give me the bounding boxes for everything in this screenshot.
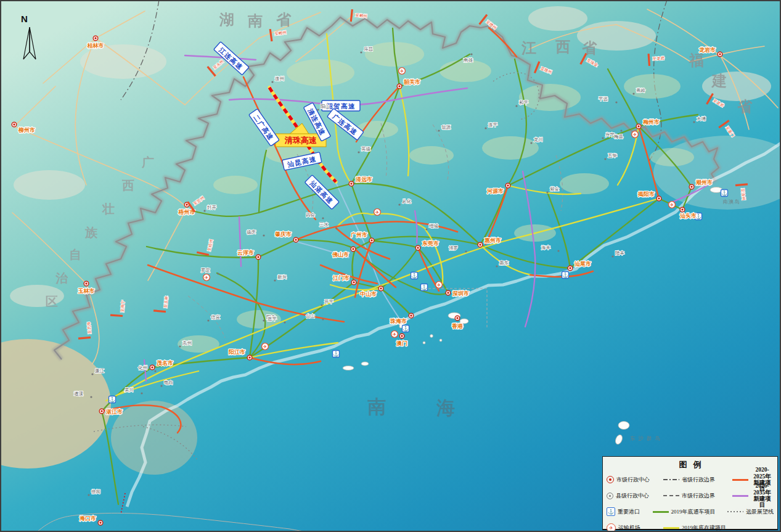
county-label: 增城 — [428, 223, 439, 229]
province-char: 西 — [555, 39, 570, 55]
port-icon — [411, 272, 418, 279]
city-label: 河源市 — [486, 188, 504, 194]
county-label: 德庆 — [247, 229, 256, 235]
legend-item-county-center: 县级行政中心 — [607, 492, 663, 500]
prospect-line-swatch — [727, 511, 743, 512]
sea-label: 东沙群岛 — [630, 435, 663, 441]
label-text: 韶贺高速 — [325, 102, 356, 110]
city-label: 肇庆市 — [274, 231, 292, 237]
island — [423, 342, 425, 344]
city-center-icon — [607, 476, 614, 483]
province-char: 湖 — [219, 12, 234, 28]
province-char: 自 — [69, 248, 81, 261]
legend-label: 远景展望线 — [746, 508, 774, 516]
legend-label-line1: 2026-2035年 — [753, 483, 771, 495]
legend-row: ✈运输机场 2019年底在建项目 — [603, 520, 777, 532]
map-canvas: ⚓ ✈ — [0, 0, 781, 532]
airport-icon — [669, 202, 676, 208]
county-label: 紫金 — [550, 186, 560, 192]
hill — [14, 170, 85, 200]
city-label: 东莞市 — [422, 240, 439, 247]
city-label: 香港 — [451, 323, 464, 329]
county-label: 徐闻 — [91, 489, 100, 494]
legend-item-build-2019: 2019年底在建项目 — [663, 524, 756, 532]
city-label: 中山市 — [360, 291, 377, 297]
city-label: 海口市 — [79, 515, 96, 522]
port-icon: ⚓ — [607, 507, 615, 516]
hill — [356, 121, 398, 138]
legend-label: 重要港口 — [618, 508, 640, 516]
county-label: 台山 — [306, 313, 315, 319]
hill — [80, 44, 166, 79]
county-label: 信宜 — [211, 314, 221, 320]
county-label: 化州 — [137, 365, 147, 370]
province-boundary-swatch — [663, 479, 679, 480]
province-char: 省 — [276, 12, 292, 28]
county-label: 高州 — [182, 340, 192, 346]
city-label: 澳门 — [396, 340, 407, 346]
island — [440, 339, 442, 342]
map-svg: ⚓ ✈ — [0, 0, 781, 532]
legend-label-line1: 2020-2025年 — [753, 467, 771, 479]
port-icon — [421, 284, 428, 291]
airport-icon — [391, 331, 398, 338]
legend-item-airport: ✈运输机场 — [607, 523, 663, 532]
county-label: 从化 — [402, 198, 412, 204]
county-label: 平远 — [599, 96, 608, 102]
hill — [560, 173, 609, 194]
city-label: 汕头市 — [679, 213, 697, 219]
city-label: 佛山市 — [332, 252, 349, 258]
county-label: 陆丰 — [615, 250, 625, 256]
legend-label: 省级行政边界 — [682, 476, 715, 484]
port-icon — [403, 325, 409, 332]
city-label: 清远市 — [355, 176, 372, 182]
city-label: 深圳市 — [452, 290, 469, 297]
port-icon — [721, 190, 728, 197]
north-label: N — [21, 14, 28, 24]
legend-item-new-2026-2035: 2026-2035年新建项目 — [732, 483, 774, 509]
county-label: 三水 — [319, 222, 329, 227]
legend-label: 2026-2035年新建项目 — [751, 483, 774, 509]
county-label: 梅县 — [613, 134, 624, 139]
hill — [482, 136, 539, 160]
island — [361, 362, 369, 366]
hill — [440, 60, 491, 82]
county-label: 新兴 — [277, 274, 287, 280]
county-label: 连平 — [488, 122, 498, 128]
airport-icon — [374, 209, 381, 216]
county-label: 开平 — [324, 299, 334, 305]
province-char: 广 — [141, 155, 154, 169]
dongsha-island — [618, 422, 629, 430]
county-label: 大埔 — [697, 116, 706, 121]
county-label: 恩平 — [267, 316, 277, 322]
county-label: 阳山 — [321, 104, 330, 109]
port-icon — [109, 396, 116, 403]
city-label: 广州市 — [350, 232, 367, 238]
province-char: 福 — [688, 52, 704, 68]
legend-label: 2019年底在建项目 — [682, 524, 726, 532]
legend-label: 市级行政中心 — [616, 476, 650, 484]
county-label: 乐昌 — [364, 46, 373, 52]
city-label: 韶关市 — [403, 79, 420, 85]
orange-line-swatch — [732, 479, 748, 481]
yellow-line-swatch — [663, 527, 679, 529]
island — [343, 366, 354, 370]
airport-icon — [632, 131, 639, 138]
sea-char: 海 — [436, 398, 455, 418]
city-label: 柳州市 — [18, 127, 35, 133]
city-label: 玉林市 — [78, 288, 95, 294]
hill — [624, 74, 681, 99]
county-center-icon — [607, 493, 613, 499]
province-char: 壮 — [101, 202, 115, 216]
island — [430, 335, 433, 338]
legend-label: 市级行政边界 — [682, 492, 715, 500]
legend-label: 运输机场 — [618, 524, 640, 532]
featured-expressway-label: 清珠高速 — [284, 136, 317, 145]
city-boundary-swatch — [663, 495, 679, 496]
province-char: 省 — [582, 40, 597, 56]
sea-label: 南澳岛 — [722, 198, 740, 205]
city-label: 阳江市 — [229, 349, 245, 355]
airport-icon: ✈ — [607, 523, 616, 532]
hill — [650, 148, 694, 166]
green-line-swatch — [653, 511, 669, 513]
